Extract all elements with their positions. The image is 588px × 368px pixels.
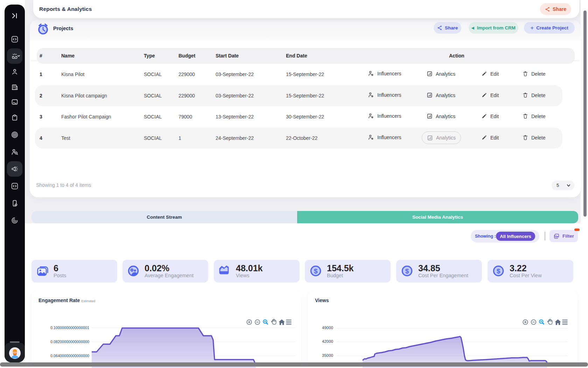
svg-text:$: $ bbox=[497, 267, 500, 275]
svg-text:$: $ bbox=[314, 267, 318, 275]
svg-text:$: $ bbox=[405, 267, 409, 275]
